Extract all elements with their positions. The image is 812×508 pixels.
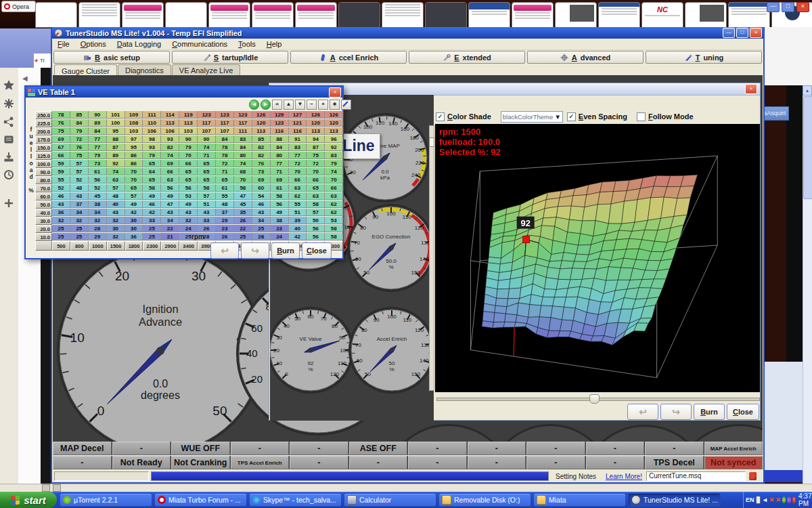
ve-cell[interactable]: 26 — [198, 225, 216, 232]
ve-cell[interactable]: 59 — [52, 160, 70, 167]
ve-cell[interactable]: 43 — [107, 209, 125, 216]
ve-cell[interactable]: 113 — [252, 127, 271, 135]
ve-cell[interactable]: 29 — [216, 217, 234, 224]
extended-button[interactable]: Extended — [409, 51, 525, 64]
utorrent-icon[interactable] — [782, 496, 786, 503]
ve-cell[interactable]: 66 — [325, 184, 343, 192]
ve-cell[interactable]: 116 — [289, 127, 307, 135]
ve-cell[interactable]: 65 — [198, 168, 216, 175]
ve-cell[interactable]: 90 — [89, 111, 107, 119]
taskbar-button-1[interactable]: µTorrent 2.2.1 — [60, 493, 152, 507]
ve-cell[interactable]: 28 — [89, 225, 107, 232]
ve-cell[interactable]: 88 — [107, 135, 125, 143]
ve-cell[interactable]: 78 — [216, 144, 234, 151]
ve-cell[interactable]: 53 — [325, 217, 343, 224]
ve-cell[interactable]: 70 — [307, 168, 325, 175]
ve-cell[interactable]: 47 — [161, 200, 179, 208]
browser-tab-google[interactable] — [382, 2, 424, 28]
redo-button[interactable]: ↪ — [241, 242, 269, 259]
ve-cell[interactable]: 120 — [307, 119, 325, 127]
ve-cell[interactable]: 87 — [107, 144, 125, 151]
ve-cell[interactable]: 49 — [179, 200, 198, 208]
ve-cell[interactable]: 70 — [289, 168, 307, 175]
ve-cell[interactable]: 108 — [125, 119, 143, 127]
ve-cell[interactable]: 127 — [289, 111, 307, 119]
ve-cell[interactable]: 32 — [52, 217, 70, 224]
ve-cell[interactable]: 38 — [271, 217, 289, 224]
ve-cell[interactable]: 78 — [216, 152, 234, 159]
menu-tools[interactable]: Tools — [233, 39, 261, 49]
ve-cell[interactable]: 65 — [198, 160, 216, 167]
ve-cell[interactable]: 49 — [125, 200, 143, 208]
page-button-fragment[interactable]: sAsquirt — [761, 106, 789, 121]
ve-cell[interactable]: 92 — [325, 144, 343, 151]
ve-cell[interactable]: 57 — [70, 168, 89, 175]
ve-cell[interactable]: 22 — [161, 225, 179, 232]
scrollbar-thumb[interactable] — [803, 96, 812, 199]
ve-cell[interactable]: 46 — [52, 192, 70, 200]
follow-mode[interactable]: Follow Mode — [637, 112, 694, 121]
ve-cell[interactable]: 32 — [107, 217, 125, 224]
ve-cell[interactable]: 24 — [179, 225, 198, 232]
ve-cell[interactable]: 52 — [70, 176, 89, 184]
ve-cell[interactable]: 63 — [289, 184, 307, 192]
menu-help[interactable]: Help — [261, 39, 288, 49]
ve-cell[interactable]: 76 — [52, 119, 70, 127]
ve-cell[interactable]: 82 — [252, 144, 271, 151]
browser-tab-parts[interactable] — [685, 2, 727, 28]
ve-cell[interactable]: 73 — [252, 168, 271, 175]
ve-cell[interactable]: 65 — [125, 184, 143, 192]
browser-tab-miata[interactable] — [208, 2, 250, 28]
browser-tab-product[interactable] — [555, 2, 597, 28]
ve-cell[interactable]: 77 — [289, 152, 307, 159]
ve-cell[interactable]: 48 — [70, 184, 89, 192]
add-panel-icon[interactable] — [3, 198, 15, 209]
statusbar-globe-icon[interactable] — [53, 484, 61, 492]
ve-cell[interactable]: 77 — [271, 160, 289, 167]
ve-cell[interactable]: 79 — [143, 152, 161, 159]
browser-tab-dark[interactable] — [425, 2, 467, 28]
ve-cell[interactable]: 25 — [52, 225, 70, 232]
ve-cell[interactable]: 83 — [234, 135, 252, 143]
ve-cell[interactable]: 71 — [271, 168, 289, 175]
ve-cell[interactable]: 73 — [89, 160, 107, 167]
ve-cell[interactable]: 59 — [52, 168, 70, 175]
ve-cell[interactable]: 54 — [252, 192, 271, 200]
ve-cell[interactable]: 72 — [70, 135, 89, 143]
ve-cell[interactable]: 93 — [143, 144, 161, 151]
ve-cell[interactable]: 116 — [271, 127, 289, 135]
ve-cell[interactable]: 76 — [70, 144, 89, 151]
download-icon[interactable] — [3, 152, 15, 163]
browser-minimize-button[interactable]: — — [767, 2, 780, 12]
ve-cell[interactable]: 57 — [198, 192, 216, 200]
ve-cell[interactable]: 107 — [216, 127, 234, 135]
ve-cell[interactable]: 58 — [325, 225, 343, 232]
ve-cell[interactable]: 64 — [143, 168, 161, 175]
ve-cell[interactable]: 43 — [52, 200, 70, 208]
ve-cell[interactable]: 32 — [70, 217, 89, 224]
follow-mode-checkbox[interactable] — [637, 112, 646, 121]
ve-cell[interactable]: 42 — [143, 209, 161, 216]
ve-cell[interactable]: 47 — [234, 192, 252, 200]
restore-button[interactable]: □ — [736, 28, 748, 38]
ve-cell[interactable]: 34 — [161, 217, 179, 224]
ve-cell[interactable]: 61 — [216, 184, 234, 192]
ve-cell[interactable]: 45 — [89, 192, 107, 200]
rotate-slider[interactable] — [436, 394, 759, 402]
ve-cell[interactable]: 65 — [143, 160, 161, 167]
accel-enrich-button[interactable]: Accel Enrich — [290, 51, 407, 64]
ve-cell[interactable]: 107 — [198, 127, 216, 135]
ve-cell[interactable]: 77 — [89, 144, 107, 151]
ve-cell[interactable]: 57 — [125, 192, 143, 200]
ve-cell[interactable]: 123 — [271, 119, 289, 127]
ve-cell[interactable]: 25 — [143, 225, 161, 232]
browser-tab-miata[interactable] — [512, 2, 554, 28]
ve-cell[interactable]: 113 — [307, 127, 325, 135]
ve-cell[interactable]: 70 — [325, 176, 343, 184]
ve-cell[interactable]: 84 — [216, 135, 234, 143]
taskbar-button-6[interactable]: Miata — [533, 493, 626, 507]
rotate-slider-thumb[interactable] — [589, 394, 600, 404]
ve-cell[interactable]: 70 — [179, 152, 198, 159]
ve-cell[interactable]: 26 — [234, 217, 252, 224]
table-prev-button[interactable]: ◀ — [249, 100, 259, 110]
